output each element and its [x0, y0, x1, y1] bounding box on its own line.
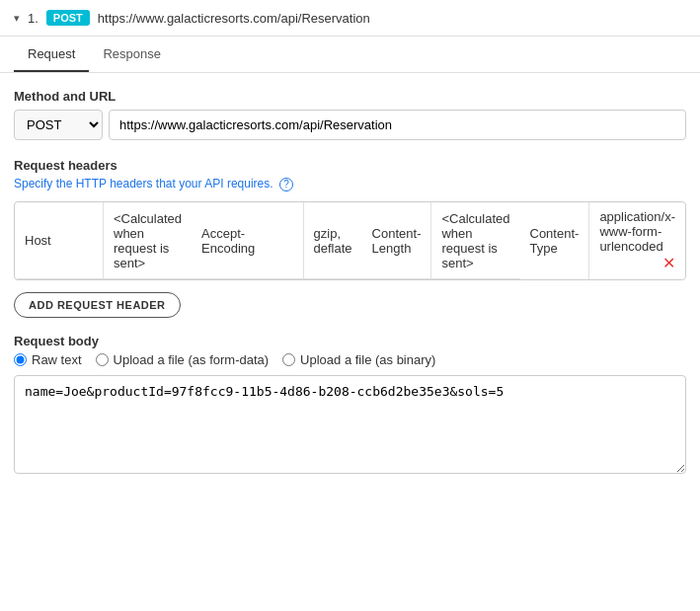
header-key-cell: Content-Type: [520, 202, 589, 279]
radio-form-input[interactable]: [96, 353, 109, 366]
headers-grid: Host <Calculated when request is sent> A…: [14, 201, 686, 281]
method-select[interactable]: POST GET PUT PATCH DELETE: [14, 110, 103, 140]
chevron-icon[interactable]: ▾: [14, 12, 20, 25]
header-key-cell: Content-Length: [362, 202, 431, 279]
headers-section-label: Request headers: [14, 158, 686, 173]
header-value-cell: <Calculated when request is sent>: [431, 202, 520, 279]
method-badge: POST: [46, 10, 90, 26]
header-key-cell: Accept-Encoding: [192, 202, 303, 279]
help-icon[interactable]: ?: [279, 178, 293, 191]
step-number: 1.: [28, 11, 39, 26]
method-url-label: Method and URL: [14, 89, 686, 104]
delete-header-icon[interactable]: ✕: [662, 254, 675, 272]
tab-request[interactable]: Request: [14, 37, 89, 72]
headers-section: Request headers Specify the HTTP headers…: [14, 158, 686, 318]
headers-sublabel: Specify the HTTP headers that your API r…: [14, 177, 686, 191]
radio-raw-label: Raw text: [32, 352, 82, 367]
radio-binary[interactable]: Upload a file (as binary): [282, 352, 435, 367]
method-url-row: POST GET PUT PATCH DELETE: [14, 110, 686, 140]
header-value-cell: application/x-www-form-urlencoded ✕: [589, 202, 685, 279]
body-textarea[interactable]: name=Joe&productId=97f8fcc9-11b5-4d86-b2…: [14, 375, 686, 474]
radio-group: Raw text Upload a file (as form-data) Up…: [14, 352, 686, 367]
radio-raw-input[interactable]: [14, 353, 27, 366]
headers-table: Host <Calculated when request is sent> A…: [15, 202, 685, 280]
request-body-label: Request body: [14, 334, 686, 348]
request-body-section: Request body Raw text Upload a file (as …: [14, 334, 686, 477]
radio-form-data[interactable]: Upload a file (as form-data): [96, 352, 270, 367]
radio-raw-text[interactable]: Raw text: [14, 352, 82, 367]
header-value-cell: gzip, deflate: [303, 202, 362, 279]
radio-form-label: Upload a file (as form-data): [114, 352, 270, 367]
main-content: Method and URL POST GET PUT PATCH DELETE…: [0, 73, 700, 493]
header-key-cell: Host: [15, 202, 104, 279]
top-bar: ▾ 1. POST https://www.galacticresorts.co…: [0, 0, 700, 37]
tabs: Request Response: [0, 37, 700, 73]
header-value-cell: <Calculated when request is sent>: [104, 202, 193, 279]
radio-binary-label: Upload a file (as binary): [300, 352, 435, 367]
top-url-display: https://www.galacticresorts.com/api/Rese…: [98, 11, 370, 26]
radio-binary-input[interactable]: [282, 353, 295, 366]
url-input[interactable]: [109, 110, 686, 140]
add-header-button[interactable]: ADD REQUEST HEADER: [14, 292, 181, 318]
tab-response[interactable]: Response: [89, 37, 175, 72]
